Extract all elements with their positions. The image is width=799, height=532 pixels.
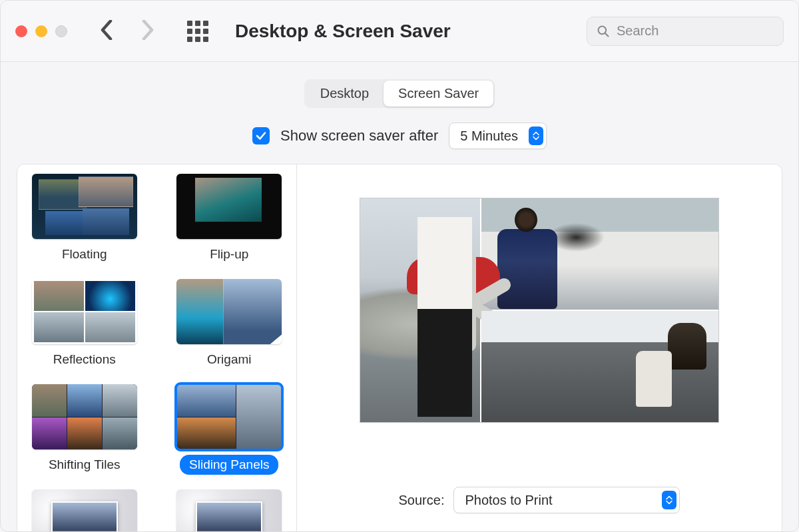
preview-tile [481,311,718,422]
window-controls [15,25,67,37]
thumbnail [32,279,137,344]
screensaver-item-holiday-mobile[interactable] [169,489,290,532]
search-field[interactable]: Search [587,17,784,46]
screensaver-item-reflections[interactable]: Reflections [24,279,145,370]
popup-stepper-icon [662,491,676,509]
screensaver-list[interactable]: Floating Flip-up Reflections Origami [17,164,297,532]
svg-line-1 [605,33,609,36]
tab-segmented-control: Desktop Screen Saver [304,79,495,108]
thumbnail [32,489,137,532]
zoom-window-button[interactable] [55,25,67,37]
back-button[interactable] [99,20,114,43]
nav-arrows [99,20,155,43]
tab-bar: Desktop Screen Saver [17,79,782,108]
minimize-window-button[interactable] [35,25,47,37]
preferences-window: Desktop & Screen Saver Search Desktop Sc… [0,0,799,532]
source-value: Photos to Print [465,493,552,508]
screensaver-label: Flip-up [200,244,258,264]
show-after-row: Show screen saver after 5 Minutes [17,123,782,149]
tab-desktop[interactable]: Desktop [306,81,384,107]
show-after-value: 5 Minutes [460,129,518,144]
preview-tile [481,198,718,310]
show-after-popup[interactable]: 5 Minutes [449,123,547,149]
source-popup[interactable]: Photos to Print [453,487,680,513]
screensaver-label: Floating [53,244,117,264]
thumbnail [176,384,282,449]
screensaver-label: Shifting Tiles [39,455,130,475]
checkmark-icon [255,130,267,142]
preview-tile [360,198,480,422]
search-placeholder: Search [617,23,659,39]
show-after-label: Show screen saver after [280,127,438,144]
source-row: Source: Photos to Print [320,487,759,513]
screensaver-item-shifting-tiles[interactable]: Shifting Tiles [24,384,145,475]
content-area: Desktop Screen Saver Show screen saver a… [1,62,798,532]
tab-screen-saver[interactable]: Screen Saver [384,81,493,107]
screensaver-label: Reflections [44,350,125,370]
screensaver-item-floating[interactable]: Floating [24,174,145,264]
window-title: Desktop & Screen Saver [235,21,575,42]
thumbnail [176,489,282,532]
thumbnail [32,384,137,449]
screensaver-item-origami[interactable]: Origami [169,279,290,370]
popup-stepper-icon [529,127,543,145]
titlebar: Desktop & Screen Saver Search [1,1,798,62]
source-label: Source: [399,493,445,508]
show-after-checkbox[interactable] [252,127,270,144]
thumbnail [176,279,282,344]
preview-pane: Source: Photos to Print [297,164,782,532]
screensaver-label: Origami [198,350,261,370]
close-window-button[interactable] [15,25,27,37]
screensaver-preview [360,198,719,423]
screensaver-item-flipup[interactable]: Flip-up [169,174,290,264]
screensaver-label: Sliding Panels [180,455,278,475]
screensaver-item-photo-mobile[interactable] [24,489,145,532]
screensaver-item-sliding-panels[interactable]: Sliding Panels [169,384,290,475]
show-all-prefs-button[interactable] [187,21,208,42]
search-icon [597,25,610,38]
thumbnail [32,174,137,239]
forward-button[interactable] [140,20,155,43]
thumbnail [176,174,282,239]
main-panel: Floating Flip-up Reflections Origami [17,164,782,532]
